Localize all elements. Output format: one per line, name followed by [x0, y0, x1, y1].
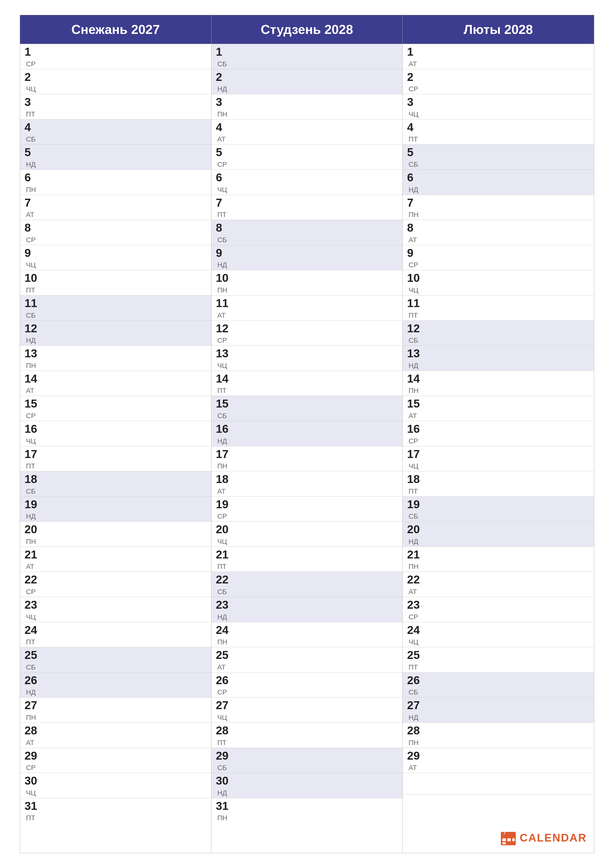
day-name: НД: [407, 360, 424, 370]
day-number: 26: [25, 674, 41, 687]
day-name: СР: [216, 335, 233, 344]
day-cell: 3ЧЦ: [407, 96, 424, 118]
month-header-1: Студзень 2028: [211, 15, 403, 44]
day-row: 14ПТ: [211, 371, 403, 396]
day-row: 2СР: [403, 69, 594, 95]
day-cell: 19НД: [25, 498, 41, 521]
day-cell: 9ЧЦ: [25, 247, 41, 269]
day-name: ПН: [216, 109, 233, 118]
day-row: 22АТ: [403, 572, 594, 597]
day-cell: 17ЧЦ: [407, 448, 424, 470]
day-name: СБ: [216, 411, 233, 420]
day-name: ЧЦ: [25, 787, 41, 797]
day-name: ПН: [25, 360, 41, 370]
day-row: 19СБ: [403, 497, 594, 522]
day-row: [403, 795, 594, 817]
day-name: ЧЦ: [407, 461, 424, 470]
day-row: 10ЧЦ: [403, 270, 594, 295]
day-cell: 23СР: [407, 598, 424, 621]
day-row: 6ЧЦ: [211, 170, 403, 195]
day-name: ЧЦ: [25, 84, 41, 93]
svg-text:7: 7: [503, 831, 505, 835]
day-number: 12: [25, 322, 41, 335]
day-number: 23: [407, 598, 424, 611]
day-cell: 12СР: [216, 322, 233, 345]
day-row: 28АТ: [20, 723, 211, 748]
day-row: 5НД: [20, 144, 211, 170]
day-row: 27ЧЦ: [211, 698, 403, 723]
day-number: 5: [216, 146, 233, 159]
day-number: 3: [25, 96, 41, 108]
day-number: 2: [216, 71, 233, 84]
day-row: 17ПТ: [20, 446, 211, 471]
day-cell: 13ПН: [25, 347, 41, 370]
day-number: 16: [25, 423, 41, 435]
day-cell: 2СР: [407, 71, 424, 93]
day-name: СР: [407, 612, 424, 621]
day-name: ЧЦ: [25, 260, 41, 269]
day-row: 4ПТ: [403, 119, 594, 145]
day-name: АТ: [407, 411, 424, 420]
day-number: 7: [407, 197, 424, 209]
day-row: 9ЧЦ: [20, 245, 211, 270]
day-row: 12СБ: [403, 321, 594, 346]
day-number: 15: [216, 397, 233, 410]
day-number: 21: [216, 548, 233, 561]
day-cell: 1СР: [25, 45, 41, 68]
day-row: 25СБ: [20, 647, 211, 673]
day-name: АТ: [25, 209, 41, 219]
day-number: 18: [407, 473, 424, 485]
day-cell: 8АТ: [407, 222, 424, 244]
day-name: ПТ: [25, 461, 41, 470]
day-row: 29АТ: [403, 748, 594, 773]
day-number: 25: [407, 649, 424, 661]
day-cell: 2ЧЦ: [25, 71, 41, 93]
day-name: СБ: [216, 763, 233, 772]
day-cell: 13НД: [407, 347, 424, 370]
day-number: 11: [216, 297, 233, 310]
day-cell: 27ПН: [25, 699, 41, 722]
day-name: ПН: [25, 184, 41, 194]
day-name: СР: [407, 260, 424, 269]
day-cell: 26СР: [216, 674, 233, 696]
day-row: 25ПТ: [403, 647, 594, 673]
svg-rect-4: [507, 838, 511, 841]
day-row: 18АТ: [211, 471, 403, 497]
day-name: ПН: [407, 209, 424, 219]
day-row: 11СБ: [20, 295, 211, 321]
day-cell: 21ПН: [407, 548, 424, 571]
day-number: 1: [216, 45, 233, 58]
day-name: НД: [407, 184, 424, 194]
day-row: 11ПТ: [403, 295, 594, 321]
day-name: ЧЦ: [216, 536, 233, 546]
day-name: ПН: [216, 812, 233, 822]
day-number: 18: [25, 473, 41, 485]
day-number: 22: [216, 573, 233, 586]
day-name: АТ: [407, 763, 424, 772]
day-number: 12: [407, 322, 424, 335]
day-cell: 8СР: [25, 222, 41, 244]
day-number: 8: [407, 222, 424, 234]
day-row: 15СР: [20, 396, 211, 421]
svg-rect-3: [502, 838, 506, 841]
day-name: ЧЦ: [407, 637, 424, 646]
day-cell: 27ЧЦ: [216, 699, 233, 722]
day-name: АТ: [216, 310, 233, 319]
day-number: 6: [25, 171, 41, 184]
day-name: ПН: [216, 637, 233, 646]
day-number: 26: [216, 674, 233, 687]
day-name: ПТ: [25, 109, 41, 118]
day-name: ПН: [407, 561, 424, 570]
day-row: 7ПН: [403, 195, 594, 220]
day-number: 14: [25, 372, 41, 385]
day-name: ЧЦ: [216, 184, 233, 194]
day-row: 28ПН: [403, 723, 594, 748]
day-row: 22СР: [20, 572, 211, 597]
day-row: 15СБ: [211, 396, 403, 421]
day-cell: 25СБ: [25, 649, 41, 671]
day-name: АТ: [25, 385, 41, 395]
day-number: 19: [25, 498, 41, 511]
day-row: 6НД: [403, 170, 594, 195]
day-row: 12СР: [211, 321, 403, 346]
day-cell: 26СБ: [407, 674, 424, 696]
